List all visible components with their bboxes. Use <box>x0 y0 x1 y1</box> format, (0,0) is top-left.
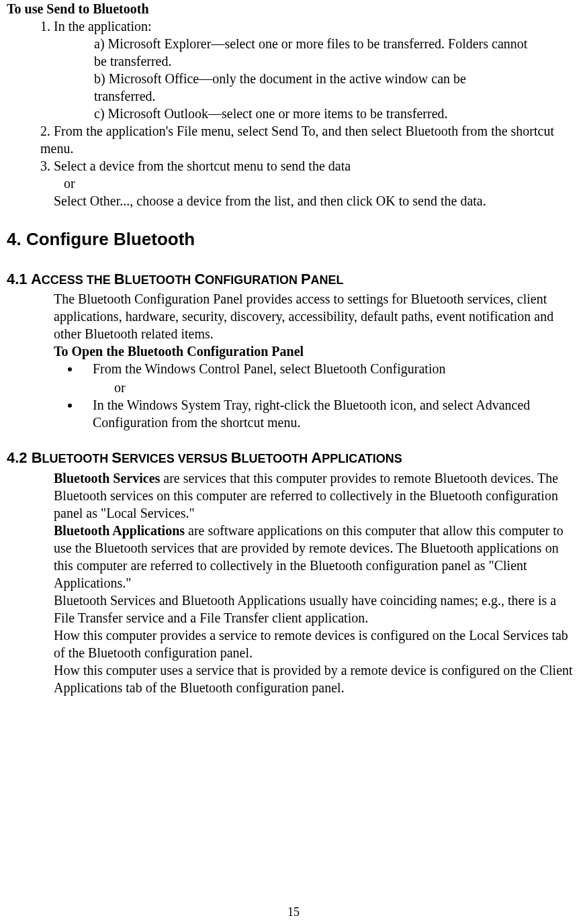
heading-text: A <box>31 271 42 287</box>
heading-text: S <box>111 449 122 466</box>
bt-services-label: Bluetooth Services <box>54 471 160 486</box>
heading-text: PPLICATIONS <box>322 452 402 465</box>
heading-text: ERVICES VERSUS <box>122 452 231 465</box>
heading-4-2: 4.2 BLUETOOTH SERVICES VERSUS BLUETOOTH … <box>7 449 580 468</box>
section-4-2-para4: How this computer provides a service to … <box>54 627 580 661</box>
section-a-title: To use Send to Bluetooth <box>7 0 580 17</box>
step-3-or: or <box>64 175 580 192</box>
heading-text: LUETOOTH <box>242 452 312 465</box>
heading-text: B <box>32 449 42 466</box>
section-4-1-para: The Bluetooth Configuration Panel provid… <box>54 290 580 342</box>
bullet-list-4-1b: In the Windows System Tray, right-click … <box>7 396 580 431</box>
heading-text: B <box>114 271 125 287</box>
page-number: 15 <box>7 905 580 920</box>
heading-4-2-num: 4.2 <box>7 449 32 466</box>
heading-text: P <box>301 271 311 287</box>
heading-text: LUETOOTH <box>125 273 195 287</box>
heading-text: C <box>194 271 205 287</box>
heading-text: CCESS THE <box>42 273 114 287</box>
step-3-b: Select Other..., choose a device from th… <box>54 192 580 210</box>
heading-text: ANEL <box>311 273 344 287</box>
step-1-intro: 1. In the application: <box>40 17 580 35</box>
bullet-or: or <box>114 379 580 396</box>
heading-text: LUETOOTH <box>42 452 112 465</box>
heading-configure-bluetooth: 4. Configure Bluetooth <box>7 228 580 251</box>
section-send-to-bluetooth: To use Send to Bluetooth 1. In the appli… <box>7 0 580 210</box>
section-4-2-para1: Bluetooth Services are services that thi… <box>54 469 580 522</box>
heading-text: B <box>231 449 242 466</box>
bullet-item-1: From the Windows Control Panel, select B… <box>81 360 580 377</box>
step-1-a: a) Microsoft Explorer—select one or more… <box>94 35 580 70</box>
step-3-a: 3. Select a device from the shortcut men… <box>40 157 580 175</box>
heading-text: A <box>311 449 322 466</box>
section-4-2-para2: Bluetooth Applications are software appl… <box>54 522 580 592</box>
heading-4-1: 4.1 ACCESS THE BLUETOOTH CONFIGURATION P… <box>7 270 580 289</box>
section-4-2-para5: How this computer uses a service that is… <box>54 661 580 696</box>
step-2: 2. From the application's File menu, sel… <box>40 122 580 157</box>
step-1-b: b) Microsoft Office—only the document in… <box>94 70 580 105</box>
heading-4-1-num: 4.1 <box>7 271 31 287</box>
heading-text: ONFIGURATION <box>205 273 301 287</box>
bullet-list-4-1: From the Windows Control Panel, select B… <box>7 360 580 377</box>
to-open-heading: To Open the Bluetooth Configuration Pane… <box>54 342 580 360</box>
section-4-2-para3: Bluetooth Services and Bluetooth Applica… <box>54 592 580 627</box>
step-1-c: c) Microsoft Outlook—select one or more … <box>94 105 580 122</box>
bullet-item-2: In the Windows System Tray, right-click … <box>81 396 580 431</box>
bt-apps-label: Bluetooth Applications <box>54 523 185 538</box>
